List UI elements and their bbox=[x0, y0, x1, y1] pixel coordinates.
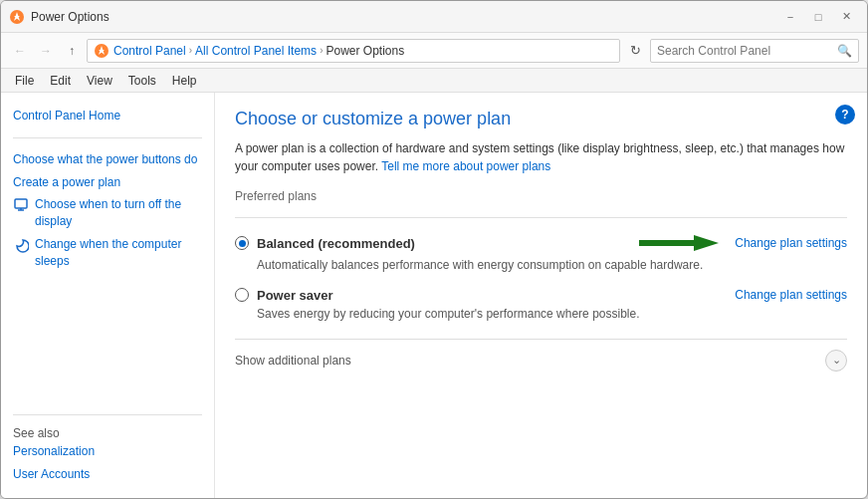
sidebar-home-link[interactable]: Control Panel Home bbox=[13, 105, 202, 127]
plan-balanced-header: Balanced (recommended) Change plan setti… bbox=[235, 232, 847, 254]
svg-marker-7 bbox=[639, 235, 719, 251]
page-title: Choose or customize a power plan bbox=[235, 109, 847, 129]
address-path: Control Panel › All Control Panel Items … bbox=[87, 39, 620, 63]
arrow-annotation bbox=[639, 232, 719, 254]
plan-balanced: Balanced (recommended) Change plan setti… bbox=[235, 232, 847, 274]
radio-power-saver[interactable] bbox=[235, 288, 249, 302]
forward-button[interactable]: → bbox=[35, 40, 57, 62]
plans-divider bbox=[235, 217, 847, 218]
plan-balanced-desc: Automatically balances performance with … bbox=[257, 257, 847, 274]
title-bar: Power Options − □ ✕ bbox=[1, 1, 867, 33]
main-window: Power Options − □ ✕ ← → ↑ Control Panel … bbox=[0, 0, 868, 499]
description-link[interactable]: Tell me more about power plans bbox=[381, 159, 550, 173]
breadcrumb-control-panel[interactable]: Control Panel bbox=[113, 44, 186, 58]
menu-edit[interactable]: Edit bbox=[42, 72, 79, 90]
plan-power-saver-desc: Saves energy by reducing your computer's… bbox=[257, 306, 847, 323]
breadcrumb-all-items[interactable]: All Control Panel Items bbox=[195, 44, 317, 58]
refresh-button[interactable]: ↻ bbox=[624, 40, 646, 62]
plan-balanced-name: Balanced (recommended) bbox=[257, 236, 552, 251]
search-input[interactable] bbox=[657, 44, 833, 58]
close-button[interactable]: ✕ bbox=[833, 6, 859, 28]
sidebar-link-personalization[interactable]: Personalization bbox=[13, 440, 202, 463]
window-controls: − □ ✕ bbox=[777, 6, 859, 28]
sidebar-nav: Control Panel Home Choose what the power… bbox=[1, 105, 214, 273]
sidebar-item-sleep: Change when the computer sleeps bbox=[13, 233, 202, 273]
see-also-label: See also bbox=[13, 423, 60, 443]
app-icon bbox=[9, 9, 25, 25]
minimize-button[interactable]: − bbox=[777, 6, 803, 28]
search-box: 🔍 bbox=[650, 39, 859, 63]
sidebar-link-sleep[interactable]: Change when the computer sleeps bbox=[35, 236, 202, 270]
change-settings-balanced[interactable]: Change plan settings bbox=[735, 236, 847, 250]
search-icon[interactable]: 🔍 bbox=[837, 44, 852, 58]
menu-bar: File Edit View Tools Help bbox=[1, 69, 867, 93]
sidebar-link-user-accounts[interactable]: User Accounts bbox=[13, 463, 202, 486]
back-button[interactable]: ← bbox=[9, 40, 31, 62]
sidebar-divider-1 bbox=[13, 137, 202, 138]
change-settings-power-saver[interactable]: Change plan settings bbox=[735, 288, 847, 302]
menu-view[interactable]: View bbox=[79, 72, 120, 90]
moon-icon bbox=[13, 237, 29, 253]
address-bar: ← → ↑ Control Panel › All Control Panel … bbox=[1, 33, 867, 69]
sidebar-link-buttons[interactable]: Choose what the power buttons do bbox=[13, 148, 202, 171]
help-button[interactable]: ? bbox=[835, 105, 855, 125]
radio-balanced[interactable] bbox=[235, 236, 249, 250]
breadcrumb-current: Power Options bbox=[326, 44, 404, 58]
additional-plans-label: Show additional plans bbox=[235, 354, 351, 368]
main-panel: ? Choose or customize a power plan A pow… bbox=[215, 93, 867, 498]
page-description: A power plan is a collection of hardware… bbox=[235, 139, 847, 175]
additional-plans: Show additional plans ⌄ bbox=[235, 339, 847, 372]
menu-file[interactable]: File bbox=[7, 72, 42, 90]
menu-help[interactable]: Help bbox=[164, 72, 205, 90]
plan-power-saver-name: Power saver bbox=[257, 288, 552, 303]
additional-plans-toggle[interactable]: ⌄ bbox=[825, 350, 847, 372]
sidebar-see-also: See also Personalization User Accounts bbox=[1, 404, 214, 486]
maximize-button[interactable]: □ bbox=[805, 6, 831, 28]
sidebar-link-display[interactable]: Choose when to turn off the display bbox=[35, 196, 202, 230]
content-area: Control Panel Home Choose what the power… bbox=[1, 93, 867, 498]
sidebar: Control Panel Home Choose what the power… bbox=[1, 93, 215, 498]
up-button[interactable]: ↑ bbox=[61, 40, 83, 62]
svg-rect-4 bbox=[15, 199, 27, 208]
sidebar-item-display: Choose when to turn off the display bbox=[13, 193, 202, 233]
sidebar-divider-2 bbox=[13, 414, 202, 415]
plan-power-saver: Power saver Change plan settings Saves e… bbox=[235, 288, 847, 323]
plan-power-saver-header: Power saver Change plan settings bbox=[235, 288, 847, 303]
monitor-icon bbox=[13, 197, 29, 213]
preferred-plans-label: Preferred plans bbox=[235, 189, 847, 207]
window-title: Power Options bbox=[31, 10, 777, 24]
menu-tools[interactable]: Tools bbox=[120, 72, 164, 90]
sidebar-link-create[interactable]: Create a power plan bbox=[13, 171, 202, 194]
